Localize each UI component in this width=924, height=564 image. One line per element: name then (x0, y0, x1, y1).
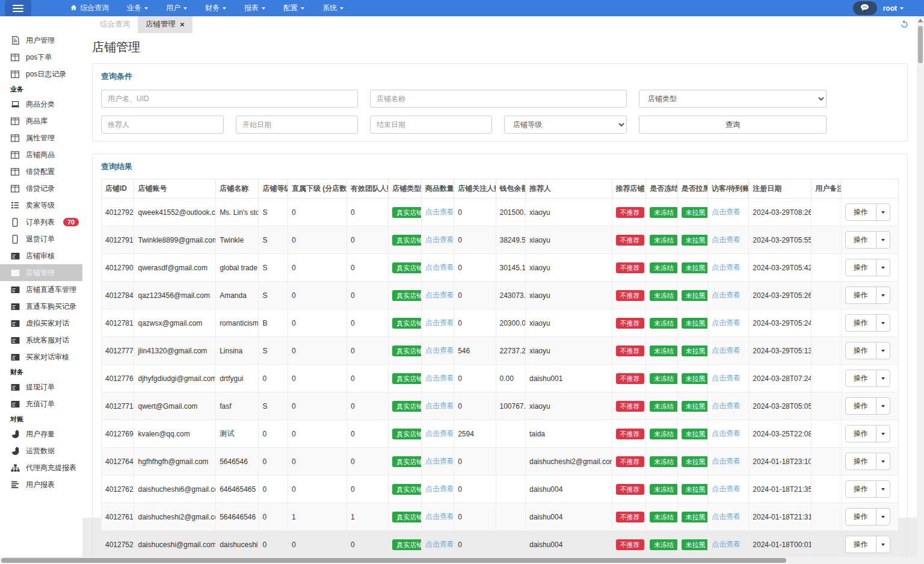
shop-type-select[interactable]: 店铺类型 (639, 90, 827, 108)
goods-view-link[interactable]: 点击查看 (425, 429, 454, 438)
sidebar-item-买家对话审核[interactable]: 买家对话审核 (0, 349, 82, 365)
sidebar-item-pos下单[interactable]: pos下单 (0, 49, 82, 66)
nav-item-home[interactable]: 综合查询 (70, 3, 109, 13)
nav-item-财务[interactable]: 财务 (205, 3, 226, 13)
sidebar-item-运营数据[interactable]: 运营数据 (0, 442, 82, 459)
start-date-input[interactable] (236, 116, 358, 134)
goods-view-link[interactable]: 点击查看 (425, 291, 454, 299)
sidebar-item-退货订单[interactable]: 退货订单 (0, 231, 82, 247)
sidebar-item-虚拟买家对话[interactable]: 虚拟买家对话 (0, 315, 82, 332)
sidebar-item-店铺审核[interactable]: 店铺审核 (0, 247, 82, 264)
shop-name-input[interactable] (370, 90, 627, 108)
goods-view-link[interactable]: 点击查看 (425, 346, 454, 355)
visitors-view-link[interactable]: 点击查看 (712, 235, 741, 244)
visitors-view-link[interactable]: 点击查看 (712, 374, 741, 382)
visitors-view-link[interactable]: 点击查看 (712, 429, 741, 438)
username-uid-input[interactable] (101, 90, 358, 108)
visitors-view-link[interactable]: 点击查看 (712, 346, 741, 355)
visitors-view-link[interactable]: 点击查看 (712, 512, 741, 521)
horizontal-scrollbar[interactable] (0, 557, 924, 564)
caret-down-icon[interactable] (876, 453, 890, 469)
nav-item-业务[interactable]: 业务 (127, 3, 148, 13)
caret-down-icon[interactable] (876, 426, 890, 442)
tab-综合查询[interactable]: 综合查询 (92, 16, 138, 33)
menu-toggle-button[interactable] (5, 0, 31, 16)
row-action-button[interactable]: 操作 (845, 536, 890, 553)
goods-view-link[interactable]: 点击查看 (425, 540, 454, 548)
sidebar-item-订单列表[interactable]: 订单列表70 (0, 214, 82, 231)
sidebar-item-提现订单[interactable]: 提现订单 (0, 379, 82, 395)
sidebar-item-用户管理[interactable]: 用户管理 (0, 32, 82, 49)
goods-view-link[interactable]: 点击查看 (425, 208, 454, 216)
visitors-view-link[interactable]: 点击查看 (712, 208, 741, 216)
sidebar-item-借贷配置[interactable]: 借贷配置 (0, 163, 82, 180)
visitors-view-link[interactable]: 点击查看 (712, 291, 741, 299)
caret-down-icon[interactable] (876, 481, 890, 497)
visitors-view-link[interactable]: 点击查看 (712, 540, 741, 548)
row-action-button[interactable]: 操作 (845, 287, 890, 304)
caret-down-icon[interactable] (876, 509, 890, 525)
horizontal-scrollbar-thumb[interactable] (1, 558, 786, 563)
nav-item-报表[interactable]: 报表 (244, 3, 265, 13)
row-action-button[interactable]: 操作 (845, 259, 890, 276)
nav-item-系统[interactable]: 系统 (322, 3, 343, 13)
sidebar-item-借贷记录[interactable]: 借贷记录 (0, 180, 82, 197)
row-action-button[interactable]: 操作 (845, 314, 890, 332)
caret-down-icon[interactable] (876, 398, 890, 414)
sidebar-item-店铺管理[interactable]: 店铺管理 (0, 264, 82, 281)
goods-view-link[interactable]: 点击查看 (425, 235, 454, 244)
sidebar-item-直通车购买记录[interactable]: 直通车购买记录 (0, 298, 82, 315)
sidebar-item-店铺商品[interactable]: 店铺商品 (0, 146, 82, 163)
caret-down-icon[interactable] (876, 204, 890, 220)
sidebar-item-用户存量[interactable]: 用户存量 (0, 426, 82, 442)
row-action-button[interactable]: 操作 (845, 370, 890, 387)
sidebar-item-充值订单[interactable]: 充值订单 (0, 395, 82, 412)
nav-item-用户[interactable]: 用户 (166, 3, 187, 13)
sidebar-item-卖家等级[interactable]: 卖家等级 (0, 197, 82, 214)
goods-view-link[interactable]: 点击查看 (425, 401, 454, 410)
sidebar-item-pos日志记录[interactable]: pos日志记录 (0, 66, 82, 82)
row-action-button[interactable]: 操作 (845, 480, 890, 498)
caret-down-icon[interactable] (876, 342, 890, 359)
nav-item-配置[interactable]: 配置 (283, 3, 304, 13)
sidebar-item-系统客服对话[interactable]: 系统客服对话 (0, 332, 82, 349)
caret-down-icon[interactable] (876, 536, 890, 553)
sidebar-item-商品库[interactable]: 商品库 (0, 113, 82, 129)
row-action-button[interactable]: 操作 (845, 453, 890, 470)
sidebar-item-用户报表[interactable]: 用户报表 (0, 476, 82, 493)
caret-down-icon[interactable] (876, 315, 890, 331)
tab-店铺管理[interactable]: 店铺管理× (138, 16, 192, 33)
goods-view-link[interactable]: 点击查看 (425, 318, 454, 327)
sidebar-item-代理商充提报表[interactable]: 代理商充提报表 (0, 459, 82, 476)
referrer-input[interactable] (101, 116, 224, 134)
refresh-icon[interactable] (901, 20, 908, 29)
user-menu[interactable]: root (883, 4, 904, 13)
visitors-view-link[interactable]: 点击查看 (712, 318, 741, 327)
goods-view-link[interactable]: 点击查看 (425, 263, 454, 271)
end-date-input[interactable] (370, 116, 492, 134)
row-action-button[interactable]: 操作 (845, 508, 890, 525)
goods-view-link[interactable]: 点击查看 (425, 457, 454, 465)
visitors-view-link[interactable]: 点击查看 (712, 485, 741, 493)
row-action-button[interactable]: 操作 (845, 425, 890, 442)
row-action-button[interactable]: 操作 (845, 342, 890, 359)
scroll-up-arrow-icon[interactable] (918, 19, 923, 22)
vertical-scrollbar[interactable] (917, 16, 924, 557)
caret-down-icon[interactable] (876, 259, 890, 276)
sidebar-item-属性管理[interactable]: 属性管理 (0, 129, 82, 146)
row-action-button[interactable]: 操作 (845, 397, 890, 415)
visitors-view-link[interactable]: 点击查看 (712, 401, 741, 410)
vertical-scrollbar-thumb[interactable] (918, 26, 923, 63)
visitors-view-link[interactable]: 点击查看 (712, 457, 741, 465)
close-icon[interactable]: × (180, 22, 185, 28)
caret-down-icon[interactable] (876, 370, 890, 386)
sidebar-item-店铺直通车管理[interactable]: 店铺直通车管理 (0, 281, 82, 298)
search-button[interactable]: 查询 (639, 116, 827, 134)
shop-level-select[interactable]: 店铺等级 (504, 116, 627, 134)
goods-view-link[interactable]: 点击查看 (425, 374, 454, 382)
goods-view-link[interactable]: 点击查看 (425, 485, 454, 493)
row-action-button[interactable]: 操作 (845, 203, 890, 221)
visitors-view-link[interactable]: 点击查看 (712, 263, 741, 271)
sidebar-item-商品分类[interactable]: 商品分类 (0, 96, 82, 113)
caret-down-icon[interactable] (876, 287, 890, 303)
